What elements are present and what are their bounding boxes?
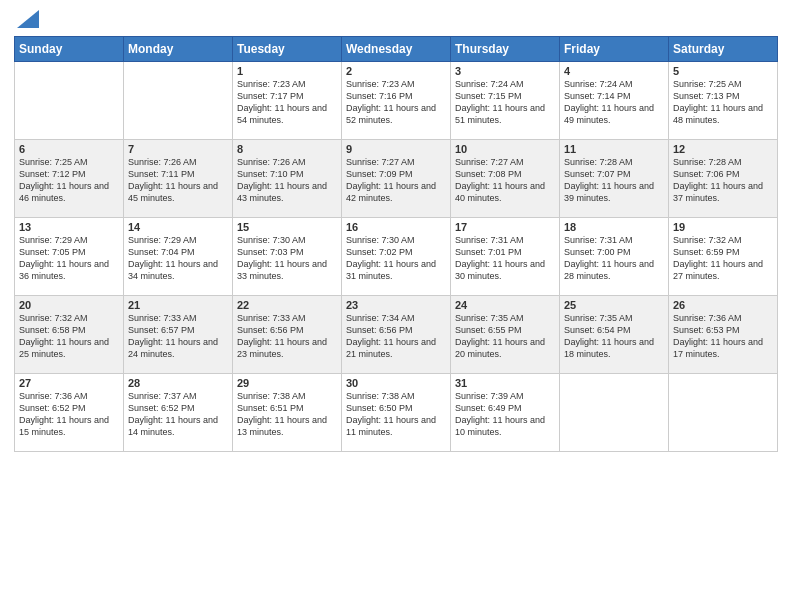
day-number: 29	[237, 377, 337, 389]
day-info: Sunrise: 7:37 AM Sunset: 6:52 PM Dayligh…	[128, 390, 228, 439]
cell-3-6: 18Sunrise: 7:31 AM Sunset: 7:00 PM Dayli…	[560, 218, 669, 296]
cell-1-7: 5Sunrise: 7:25 AM Sunset: 7:13 PM Daylig…	[669, 62, 778, 140]
cell-5-7	[669, 374, 778, 452]
day-info: Sunrise: 7:32 AM Sunset: 6:58 PM Dayligh…	[19, 312, 119, 361]
day-info: Sunrise: 7:28 AM Sunset: 7:06 PM Dayligh…	[673, 156, 773, 205]
day-info: Sunrise: 7:39 AM Sunset: 6:49 PM Dayligh…	[455, 390, 555, 439]
header-row: Sunday Monday Tuesday Wednesday Thursday…	[15, 37, 778, 62]
cell-2-5: 10Sunrise: 7:27 AM Sunset: 7:08 PM Dayli…	[451, 140, 560, 218]
col-monday: Monday	[124, 37, 233, 62]
day-number: 21	[128, 299, 228, 311]
day-number: 14	[128, 221, 228, 233]
day-info: Sunrise: 7:33 AM Sunset: 6:57 PM Dayligh…	[128, 312, 228, 361]
week-row-5: 27Sunrise: 7:36 AM Sunset: 6:52 PM Dayli…	[15, 374, 778, 452]
calendar-table: Sunday Monday Tuesday Wednesday Thursday…	[14, 36, 778, 452]
cell-2-6: 11Sunrise: 7:28 AM Sunset: 7:07 PM Dayli…	[560, 140, 669, 218]
day-number: 8	[237, 143, 337, 155]
day-number: 9	[346, 143, 446, 155]
col-friday: Friday	[560, 37, 669, 62]
day-number: 11	[564, 143, 664, 155]
cell-4-5: 24Sunrise: 7:35 AM Sunset: 6:55 PM Dayli…	[451, 296, 560, 374]
day-number: 22	[237, 299, 337, 311]
day-info: Sunrise: 7:23 AM Sunset: 7:17 PM Dayligh…	[237, 78, 337, 127]
cell-4-1: 20Sunrise: 7:32 AM Sunset: 6:58 PM Dayli…	[15, 296, 124, 374]
day-info: Sunrise: 7:34 AM Sunset: 6:56 PM Dayligh…	[346, 312, 446, 361]
day-info: Sunrise: 7:33 AM Sunset: 6:56 PM Dayligh…	[237, 312, 337, 361]
cell-5-4: 30Sunrise: 7:38 AM Sunset: 6:50 PM Dayli…	[342, 374, 451, 452]
day-number: 19	[673, 221, 773, 233]
page: Sunday Monday Tuesday Wednesday Thursday…	[0, 0, 792, 612]
day-number: 30	[346, 377, 446, 389]
week-row-4: 20Sunrise: 7:32 AM Sunset: 6:58 PM Dayli…	[15, 296, 778, 374]
day-number: 25	[564, 299, 664, 311]
day-info: Sunrise: 7:26 AM Sunset: 7:11 PM Dayligh…	[128, 156, 228, 205]
day-number: 27	[19, 377, 119, 389]
day-number: 16	[346, 221, 446, 233]
day-info: Sunrise: 7:38 AM Sunset: 6:51 PM Dayligh…	[237, 390, 337, 439]
cell-1-1	[15, 62, 124, 140]
cell-2-3: 8Sunrise: 7:26 AM Sunset: 7:10 PM Daylig…	[233, 140, 342, 218]
cell-2-2: 7Sunrise: 7:26 AM Sunset: 7:11 PM Daylig…	[124, 140, 233, 218]
day-number: 5	[673, 65, 773, 77]
cell-2-4: 9Sunrise: 7:27 AM Sunset: 7:09 PM Daylig…	[342, 140, 451, 218]
cell-4-4: 23Sunrise: 7:34 AM Sunset: 6:56 PM Dayli…	[342, 296, 451, 374]
cell-5-3: 29Sunrise: 7:38 AM Sunset: 6:51 PM Dayli…	[233, 374, 342, 452]
day-number: 4	[564, 65, 664, 77]
cell-2-7: 12Sunrise: 7:28 AM Sunset: 7:06 PM Dayli…	[669, 140, 778, 218]
day-info: Sunrise: 7:38 AM Sunset: 6:50 PM Dayligh…	[346, 390, 446, 439]
day-info: Sunrise: 7:25 AM Sunset: 7:13 PM Dayligh…	[673, 78, 773, 127]
day-number: 2	[346, 65, 446, 77]
day-info: Sunrise: 7:24 AM Sunset: 7:15 PM Dayligh…	[455, 78, 555, 127]
day-info: Sunrise: 7:35 AM Sunset: 6:55 PM Dayligh…	[455, 312, 555, 361]
cell-4-7: 26Sunrise: 7:36 AM Sunset: 6:53 PM Dayli…	[669, 296, 778, 374]
cell-5-6	[560, 374, 669, 452]
day-info: Sunrise: 7:25 AM Sunset: 7:12 PM Dayligh…	[19, 156, 119, 205]
day-info: Sunrise: 7:30 AM Sunset: 7:02 PM Dayligh…	[346, 234, 446, 283]
day-number: 26	[673, 299, 773, 311]
svg-marker-0	[17, 10, 39, 28]
day-number: 20	[19, 299, 119, 311]
day-number: 23	[346, 299, 446, 311]
day-info: Sunrise: 7:30 AM Sunset: 7:03 PM Dayligh…	[237, 234, 337, 283]
day-info: Sunrise: 7:31 AM Sunset: 7:00 PM Dayligh…	[564, 234, 664, 283]
day-number: 7	[128, 143, 228, 155]
col-tuesday: Tuesday	[233, 37, 342, 62]
day-number: 10	[455, 143, 555, 155]
cell-3-3: 15Sunrise: 7:30 AM Sunset: 7:03 PM Dayli…	[233, 218, 342, 296]
day-info: Sunrise: 7:36 AM Sunset: 6:53 PM Dayligh…	[673, 312, 773, 361]
week-row-1: 1Sunrise: 7:23 AM Sunset: 7:17 PM Daylig…	[15, 62, 778, 140]
day-info: Sunrise: 7:23 AM Sunset: 7:16 PM Dayligh…	[346, 78, 446, 127]
day-number: 13	[19, 221, 119, 233]
day-info: Sunrise: 7:36 AM Sunset: 6:52 PM Dayligh…	[19, 390, 119, 439]
day-number: 1	[237, 65, 337, 77]
week-row-2: 6Sunrise: 7:25 AM Sunset: 7:12 PM Daylig…	[15, 140, 778, 218]
cell-1-4: 2Sunrise: 7:23 AM Sunset: 7:16 PM Daylig…	[342, 62, 451, 140]
header	[14, 10, 778, 28]
logo	[14, 10, 39, 28]
day-info: Sunrise: 7:29 AM Sunset: 7:04 PM Dayligh…	[128, 234, 228, 283]
cell-1-5: 3Sunrise: 7:24 AM Sunset: 7:15 PM Daylig…	[451, 62, 560, 140]
day-number: 18	[564, 221, 664, 233]
day-number: 31	[455, 377, 555, 389]
cell-5-5: 31Sunrise: 7:39 AM Sunset: 6:49 PM Dayli…	[451, 374, 560, 452]
day-number: 24	[455, 299, 555, 311]
cell-4-6: 25Sunrise: 7:35 AM Sunset: 6:54 PM Dayli…	[560, 296, 669, 374]
cell-3-1: 13Sunrise: 7:29 AM Sunset: 7:05 PM Dayli…	[15, 218, 124, 296]
col-sunday: Sunday	[15, 37, 124, 62]
day-info: Sunrise: 7:26 AM Sunset: 7:10 PM Dayligh…	[237, 156, 337, 205]
day-info: Sunrise: 7:29 AM Sunset: 7:05 PM Dayligh…	[19, 234, 119, 283]
day-info: Sunrise: 7:27 AM Sunset: 7:09 PM Dayligh…	[346, 156, 446, 205]
day-number: 12	[673, 143, 773, 155]
cell-1-6: 4Sunrise: 7:24 AM Sunset: 7:14 PM Daylig…	[560, 62, 669, 140]
cell-5-1: 27Sunrise: 7:36 AM Sunset: 6:52 PM Dayli…	[15, 374, 124, 452]
cell-4-3: 22Sunrise: 7:33 AM Sunset: 6:56 PM Dayli…	[233, 296, 342, 374]
day-number: 28	[128, 377, 228, 389]
day-number: 15	[237, 221, 337, 233]
col-thursday: Thursday	[451, 37, 560, 62]
cell-4-2: 21Sunrise: 7:33 AM Sunset: 6:57 PM Dayli…	[124, 296, 233, 374]
logo-triangle-icon	[17, 10, 39, 28]
col-saturday: Saturday	[669, 37, 778, 62]
week-row-3: 13Sunrise: 7:29 AM Sunset: 7:05 PM Dayli…	[15, 218, 778, 296]
day-info: Sunrise: 7:24 AM Sunset: 7:14 PM Dayligh…	[564, 78, 664, 127]
day-number: 3	[455, 65, 555, 77]
